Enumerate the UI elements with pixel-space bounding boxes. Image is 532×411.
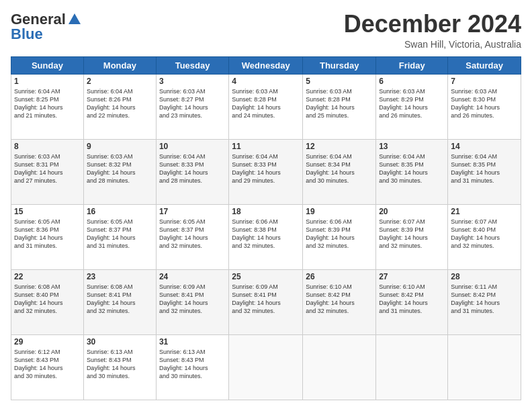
- cell-info: Sunrise: 6:05 AMSunset: 8:37 PMDaylight:…: [159, 218, 226, 250]
- cell-info: Sunrise: 6:03 AMSunset: 8:28 PMDaylight:…: [306, 87, 373, 120]
- calendar-cell: 26Sunrise: 6:10 AMSunset: 8:42 PMDayligh…: [303, 269, 376, 334]
- calendar-cell: 12Sunrise: 6:04 AMSunset: 8:34 PMDayligh…: [303, 139, 376, 204]
- calendar-cell: [229, 334, 303, 400]
- calendar-cell: 11Sunrise: 6:04 AMSunset: 8:33 PMDayligh…: [229, 139, 303, 204]
- cell-info: Sunrise: 6:04 AMSunset: 8:33 PMDaylight:…: [232, 152, 300, 185]
- cell-info: Sunrise: 6:03 AMSunset: 8:29 PMDaylight:…: [379, 87, 445, 120]
- day-number: 26: [306, 272, 373, 281]
- calendar-cell: [448, 334, 521, 400]
- cell-info: Sunrise: 6:11 AMSunset: 8:42 PMDaylight:…: [451, 283, 518, 316]
- cell-info: Sunrise: 6:13 AMSunset: 8:43 PMDaylight:…: [159, 348, 226, 381]
- calendar-cell: 20Sunrise: 6:07 AMSunset: 8:39 PMDayligh…: [376, 204, 448, 269]
- day-number: 9: [87, 142, 153, 151]
- header-cell-sunday: Sunday: [11, 56, 84, 74]
- cell-info: Sunrise: 6:03 AMSunset: 8:30 PMDaylight:…: [451, 87, 518, 120]
- day-number: 22: [14, 272, 81, 281]
- header-row: SundayMondayTuesdayWednesdayThursdayFrid…: [11, 56, 521, 74]
- cell-info: Sunrise: 6:13 AMSunset: 8:43 PMDaylight:…: [87, 348, 153, 381]
- calendar-cell: 13Sunrise: 6:04 AMSunset: 8:35 PMDayligh…: [376, 139, 448, 204]
- calendar-cell: 5Sunrise: 6:03 AMSunset: 8:28 PMDaylight…: [303, 74, 376, 139]
- day-number: 31: [159, 337, 226, 347]
- day-number: 2: [87, 77, 153, 86]
- cell-info: Sunrise: 6:04 AMSunset: 8:33 PMDaylight:…: [159, 152, 226, 185]
- calendar-cell: 2Sunrise: 6:04 AMSunset: 8:26 PMDaylight…: [83, 74, 156, 139]
- cell-info: Sunrise: 6:10 AMSunset: 8:42 PMDaylight:…: [306, 283, 373, 316]
- calendar-cell: 23Sunrise: 6:08 AMSunset: 8:41 PMDayligh…: [83, 269, 156, 334]
- day-number: 14: [451, 142, 518, 151]
- day-number: 17: [159, 207, 226, 216]
- calendar-cell: 18Sunrise: 6:06 AMSunset: 8:38 PMDayligh…: [229, 204, 303, 269]
- day-number: 24: [159, 272, 226, 281]
- calendar-cell: 3Sunrise: 6:03 AMSunset: 8:27 PMDaylight…: [156, 74, 228, 139]
- calendar-cell: 6Sunrise: 6:03 AMSunset: 8:29 PMDaylight…: [376, 74, 448, 139]
- day-number: 28: [451, 272, 518, 281]
- day-number: 11: [232, 142, 300, 151]
- header-cell-saturday: Saturday: [448, 56, 521, 74]
- cell-info: Sunrise: 6:04 AMSunset: 8:25 PMDaylight:…: [14, 87, 81, 120]
- logo-icon: [67, 12, 82, 27]
- calendar-cell: 9Sunrise: 6:03 AMSunset: 8:32 PMDaylight…: [83, 139, 156, 204]
- cell-info: Sunrise: 6:04 AMSunset: 8:35 PMDaylight:…: [451, 152, 518, 185]
- day-number: 30: [87, 337, 153, 347]
- calendar-cell: 8Sunrise: 6:03 AMSunset: 8:31 PMDaylight…: [11, 139, 84, 204]
- calendar-cell: 30Sunrise: 6:13 AMSunset: 8:43 PMDayligh…: [83, 334, 156, 400]
- header-cell-thursday: Thursday: [303, 56, 376, 74]
- calendar-cell: 14Sunrise: 6:04 AMSunset: 8:35 PMDayligh…: [448, 139, 521, 204]
- day-number: 20: [379, 207, 445, 216]
- header-cell-friday: Friday: [376, 56, 448, 74]
- day-number: 15: [14, 207, 81, 216]
- cell-info: Sunrise: 6:07 AMSunset: 8:39 PMDaylight:…: [379, 218, 445, 250]
- calendar-week-1: 1Sunrise: 6:04 AMSunset: 8:25 PMDaylight…: [11, 74, 521, 139]
- calendar-cell: 17Sunrise: 6:05 AMSunset: 8:37 PMDayligh…: [156, 204, 228, 269]
- day-number: 1: [14, 77, 81, 86]
- calendar-cell: 10Sunrise: 6:04 AMSunset: 8:33 PMDayligh…: [156, 139, 228, 204]
- calendar-cell: [376, 334, 448, 400]
- cell-info: Sunrise: 6:05 AMSunset: 8:36 PMDaylight:…: [14, 218, 81, 250]
- page: General Blue December 2024 Swan Hill, Vi…: [0, 0, 532, 411]
- cell-info: Sunrise: 6:06 AMSunset: 8:38 PMDaylight:…: [232, 218, 300, 250]
- day-number: 8: [14, 142, 81, 151]
- header-cell-wednesday: Wednesday: [229, 56, 303, 74]
- subtitle: Swan Hill, Victoria, Australia: [344, 39, 521, 50]
- day-number: 19: [306, 207, 373, 216]
- logo-blue-text: Blue: [11, 26, 43, 43]
- cell-info: Sunrise: 6:03 AMSunset: 8:27 PMDaylight:…: [159, 87, 226, 120]
- day-number: 3: [159, 77, 226, 86]
- calendar-week-4: 22Sunrise: 6:08 AMSunset: 8:40 PMDayligh…: [11, 269, 521, 334]
- calendar-cell: 28Sunrise: 6:11 AMSunset: 8:42 PMDayligh…: [448, 269, 521, 334]
- calendar-table: SundayMondayTuesdayWednesdayThursdayFrid…: [11, 56, 521, 400]
- cell-info: Sunrise: 6:03 AMSunset: 8:31 PMDaylight:…: [14, 152, 81, 185]
- cell-info: Sunrise: 6:03 AMSunset: 8:32 PMDaylight:…: [87, 152, 153, 185]
- day-number: 23: [87, 272, 153, 281]
- calendar-body: 1Sunrise: 6:04 AMSunset: 8:25 PMDaylight…: [11, 74, 521, 400]
- calendar-cell: 16Sunrise: 6:05 AMSunset: 8:37 PMDayligh…: [83, 204, 156, 269]
- svg-marker-0: [69, 13, 81, 24]
- calendar-cell: 7Sunrise: 6:03 AMSunset: 8:30 PMDaylight…: [448, 74, 521, 139]
- cell-info: Sunrise: 6:03 AMSunset: 8:28 PMDaylight:…: [232, 87, 300, 120]
- calendar-week-3: 15Sunrise: 6:05 AMSunset: 8:36 PMDayligh…: [11, 204, 521, 269]
- day-number: 27: [379, 272, 445, 281]
- day-number: 13: [379, 142, 445, 151]
- calendar-cell: 19Sunrise: 6:06 AMSunset: 8:39 PMDayligh…: [303, 204, 376, 269]
- cell-info: Sunrise: 6:04 AMSunset: 8:34 PMDaylight:…: [306, 152, 373, 185]
- calendar-cell: 21Sunrise: 6:07 AMSunset: 8:40 PMDayligh…: [448, 204, 521, 269]
- calendar-cell: 27Sunrise: 6:10 AMSunset: 8:42 PMDayligh…: [376, 269, 448, 334]
- calendar-cell: 25Sunrise: 6:09 AMSunset: 8:41 PMDayligh…: [229, 269, 303, 334]
- calendar-cell: 31Sunrise: 6:13 AMSunset: 8:43 PMDayligh…: [156, 334, 228, 400]
- cell-info: Sunrise: 6:12 AMSunset: 8:43 PMDaylight:…: [14, 348, 81, 381]
- day-number: 18: [232, 207, 300, 216]
- logo: General Blue: [11, 11, 82, 43]
- cell-info: Sunrise: 6:09 AMSunset: 8:41 PMDaylight:…: [159, 283, 226, 316]
- calendar-cell: 15Sunrise: 6:05 AMSunset: 8:36 PMDayligh…: [11, 204, 84, 269]
- cell-info: Sunrise: 6:06 AMSunset: 8:39 PMDaylight:…: [306, 218, 373, 250]
- day-number: 7: [451, 77, 518, 86]
- calendar-cell: 4Sunrise: 6:03 AMSunset: 8:28 PMDaylight…: [229, 74, 303, 139]
- cell-info: Sunrise: 6:10 AMSunset: 8:42 PMDaylight:…: [379, 283, 445, 316]
- cell-info: Sunrise: 6:04 AMSunset: 8:26 PMDaylight:…: [87, 87, 153, 120]
- cell-info: Sunrise: 6:08 AMSunset: 8:40 PMDaylight:…: [14, 283, 81, 316]
- header: General Blue December 2024 Swan Hill, Vi…: [11, 11, 521, 50]
- calendar-cell: 22Sunrise: 6:08 AMSunset: 8:40 PMDayligh…: [11, 269, 84, 334]
- day-number: 4: [232, 77, 300, 86]
- cell-info: Sunrise: 6:05 AMSunset: 8:37 PMDaylight:…: [87, 218, 153, 250]
- day-number: 25: [232, 272, 300, 281]
